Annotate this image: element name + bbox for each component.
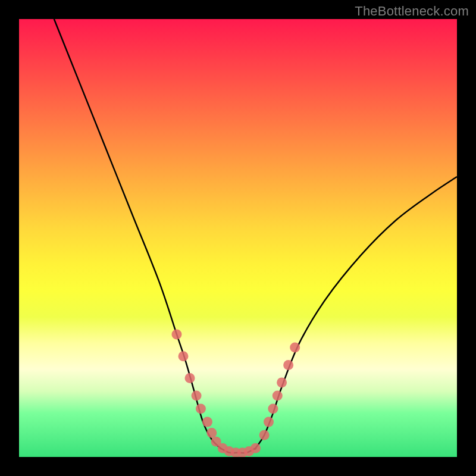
marker-dot (273, 390, 283, 400)
marker-dot (171, 329, 181, 339)
marker-dot (202, 417, 212, 427)
marker-dot (192, 390, 202, 400)
marker-dot (290, 343, 300, 353)
marker-dot (250, 443, 261, 453)
marker-dot (185, 373, 195, 383)
watermark-text: TheBottleneck.com (355, 4, 469, 19)
bottleneck-curve (54, 19, 457, 453)
chart-frame: TheBottleneck.com (0, 0, 476, 476)
marker-dot (277, 377, 287, 387)
chart-svg (19, 19, 457, 457)
plot-area (19, 19, 457, 457)
marker-dot (196, 404, 206, 414)
marker-dot (283, 360, 293, 370)
marker-dot (259, 430, 270, 440)
marker-dot (264, 417, 274, 427)
marker-dots (171, 329, 300, 457)
marker-dot (206, 428, 217, 438)
marker-dot (268, 404, 278, 414)
curve-path (54, 19, 457, 453)
marker-dot (178, 351, 189, 361)
